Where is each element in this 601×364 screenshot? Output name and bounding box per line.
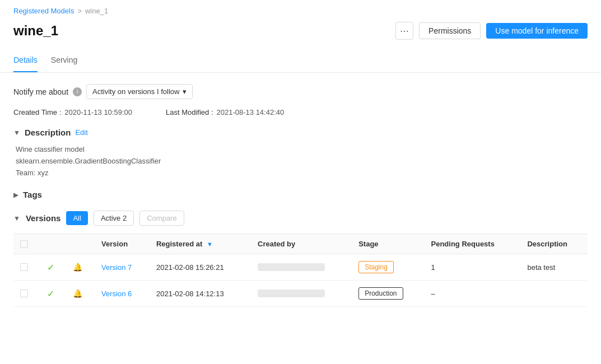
row6-pending: – bbox=[425, 281, 521, 307]
description-section-title: Description bbox=[25, 128, 71, 137]
row6-bell-icon[interactable]: 🔔 bbox=[73, 289, 82, 298]
tags-section: ▶ Tags bbox=[13, 190, 588, 199]
row6-status-icon: ✓ bbox=[47, 289, 54, 298]
notify-dropdown-text: Activity on versions I follow bbox=[92, 87, 179, 96]
chevron-down-icon: ▾ bbox=[183, 87, 187, 96]
th-pending: Pending Requests bbox=[425, 234, 521, 254]
last-modified: Last Modified : 2021-08-13 14:42:40 bbox=[166, 108, 284, 116]
permissions-button[interactable]: Permissions bbox=[419, 22, 481, 39]
main-content: Notify me about i Activity on versions I… bbox=[0, 73, 601, 329]
row6-registered-at: 2021-02-08 14:12:13 bbox=[150, 281, 251, 307]
row7-version-cell: Version 7 bbox=[95, 254, 150, 281]
row7-status-cell: ✓ bbox=[40, 254, 66, 281]
breadcrumb-current: wine_1 bbox=[85, 7, 108, 15]
row7-avatar bbox=[258, 263, 325, 271]
row7-registered-at: 2021-02-08 15:26:21 bbox=[150, 254, 251, 281]
page-title: wine_1 bbox=[13, 23, 58, 39]
row6-version-link[interactable]: Version 6 bbox=[101, 290, 132, 298]
all-versions-button[interactable]: All bbox=[66, 211, 87, 225]
compare-button[interactable]: Compare bbox=[139, 211, 184, 226]
th-version: Version bbox=[95, 234, 150, 254]
notify-row: Notify me about i Activity on versions I… bbox=[13, 84, 588, 99]
row6-bell-cell: 🔔 bbox=[66, 281, 95, 307]
row6-stage-badge[interactable]: Production bbox=[358, 287, 403, 300]
sort-icon: ▼ bbox=[207, 241, 213, 248]
header-checkbox[interactable] bbox=[20, 240, 28, 248]
page-header: wine_1 ⋯ Permissions Use model for infer… bbox=[0, 18, 601, 49]
tags-section-header[interactable]: ▶ Tags bbox=[13, 190, 588, 199]
row7-status-icon: ✓ bbox=[47, 263, 54, 272]
notify-label: Notify me about bbox=[13, 87, 68, 96]
description-line2: sklearn.ensemble.GradientBoostingClassif… bbox=[16, 156, 588, 167]
row7-checkbox[interactable] bbox=[20, 263, 28, 271]
modified-label: Last Modified : bbox=[166, 108, 213, 116]
created-time: Created Time : 2020-11-13 10:59:00 bbox=[13, 108, 132, 116]
active-versions-button[interactable]: Active 2 bbox=[94, 211, 134, 226]
description-edit-link[interactable]: Edit bbox=[75, 128, 87, 137]
tags-section-title: Tags bbox=[23, 190, 42, 199]
row6-description bbox=[520, 281, 588, 307]
header-actions: ⋯ Permissions Use model for inference bbox=[395, 22, 588, 40]
meta-info: Created Time : 2020-11-13 10:59:00 Last … bbox=[13, 108, 588, 116]
description-chevron-icon: ▼ bbox=[13, 129, 20, 137]
info-icon[interactable]: i bbox=[73, 87, 82, 96]
tabs-bar: Details Serving bbox=[0, 49, 601, 73]
tab-details[interactable]: Details bbox=[13, 49, 38, 72]
th-description: Description bbox=[520, 234, 588, 254]
versions-section-title: Versions bbox=[26, 213, 61, 223]
row7-stage-cell: Staging bbox=[352, 254, 424, 281]
table-row: ✓ 🔔 Version 7 2021-02-08 15:26:21 Stagin… bbox=[13, 254, 588, 281]
versions-section-header: ▼ Versions All Active 2 Compare bbox=[13, 211, 588, 226]
description-section-header[interactable]: ▼ Description Edit bbox=[13, 128, 588, 137]
use-model-inference-button[interactable]: Use model for inference bbox=[486, 23, 588, 39]
row6-checkbox[interactable] bbox=[20, 290, 28, 297]
breadcrumb-separator: > bbox=[77, 7, 82, 15]
row7-description: beta test bbox=[520, 254, 588, 281]
row6-stage-cell: Production bbox=[352, 281, 424, 307]
breadcrumb: Registered Models > wine_1 bbox=[0, 0, 601, 18]
th-checkbox bbox=[13, 234, 40, 254]
th-stage: Stage bbox=[352, 234, 424, 254]
row6-created-by bbox=[251, 281, 352, 307]
versions-section: ▼ Versions All Active 2 Compare Version … bbox=[13, 211, 588, 307]
versions-chevron-icon: ▼ bbox=[13, 214, 20, 222]
tab-serving[interactable]: Serving bbox=[51, 49, 77, 72]
created-value: 2020-11-13 10:59:00 bbox=[64, 108, 132, 116]
row7-bell-icon[interactable]: 🔔 bbox=[73, 263, 82, 272]
th-created-by: Created by bbox=[251, 234, 352, 254]
row7-checkbox-cell bbox=[13, 254, 40, 281]
row7-bell-cell: 🔔 bbox=[66, 254, 95, 281]
notify-dropdown[interactable]: Activity on versions I follow ▾ bbox=[86, 84, 193, 99]
versions-table: Version Registered at ▼ Created by Stage… bbox=[13, 234, 588, 307]
description-text: Wine classifier model sklearn.ensemble.G… bbox=[13, 144, 588, 179]
more-options-button[interactable]: ⋯ bbox=[395, 22, 413, 40]
th-registered-at[interactable]: Registered at ▼ bbox=[150, 234, 251, 254]
row6-checkbox-cell bbox=[13, 281, 40, 307]
row6-avatar bbox=[258, 290, 325, 297]
created-label: Created Time : bbox=[13, 108, 61, 116]
row7-created-by bbox=[251, 254, 352, 281]
modified-value: 2021-08-13 14:42:40 bbox=[217, 108, 285, 116]
description-line1: Wine classifier model bbox=[16, 144, 588, 156]
tags-chevron-icon: ▶ bbox=[13, 191, 18, 199]
table-header-row: Version Registered at ▼ Created by Stage… bbox=[13, 234, 588, 254]
breadcrumb-parent[interactable]: Registered Models bbox=[13, 7, 74, 15]
row7-version-link[interactable]: Version 7 bbox=[101, 263, 132, 272]
row6-version-cell: Version 6 bbox=[95, 281, 150, 307]
row7-stage-badge[interactable]: Staging bbox=[358, 261, 394, 273]
th-status bbox=[40, 234, 66, 254]
row7-pending: 1 bbox=[425, 254, 521, 281]
th-bell bbox=[66, 234, 95, 254]
table-row: ✓ 🔔 Version 6 2021-02-08 14:12:13 Produc… bbox=[13, 281, 588, 307]
description-line3: Team: xyz bbox=[16, 167, 588, 179]
row6-status-cell: ✓ bbox=[40, 281, 66, 307]
